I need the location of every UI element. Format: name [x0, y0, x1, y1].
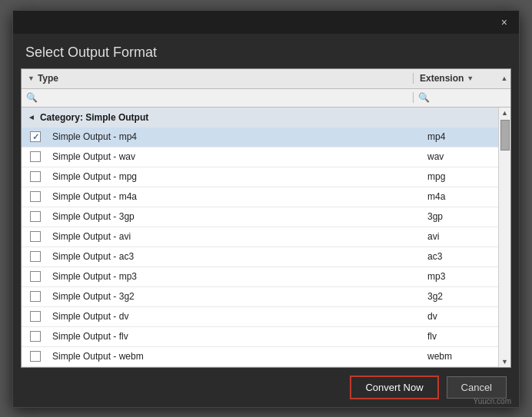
checkbox-cell — [22, 351, 49, 362]
table-row[interactable]: ✓Simple Output - mp4mp4 — [22, 127, 498, 147]
col-ext-header: Extension ▼ — [414, 73, 498, 84]
search-type-icon[interactable]: 🔍 — [26, 92, 38, 103]
ext-cell: m4a — [421, 191, 498, 202]
checkbox-cell — [22, 311, 49, 322]
type-cell: Simple Output - m4a — [49, 191, 421, 202]
row-checkbox[interactable] — [30, 351, 41, 362]
ext-cell: dv — [421, 311, 498, 322]
checkbox-cell — [22, 271, 49, 282]
table-header: ▼ Type Extension ▼ ▲ — [22, 69, 510, 89]
type-cell: Simple Output - wav — [49, 151, 421, 162]
ext-cell: mp4 — [421, 131, 498, 142]
scroll-header-spacer: ▲ — [498, 74, 510, 82]
convert-now-button[interactable]: Convert Now — [350, 376, 438, 399]
watermark: Yuucn.com — [474, 397, 511, 405]
checkbox-cell — [22, 191, 49, 202]
ext-cell: webm — [421, 351, 498, 362]
ext-cell: avi — [421, 231, 498, 242]
checkbox-cell — [22, 251, 49, 262]
checkbox-cell — [22, 331, 49, 342]
checkbox-cell — [22, 171, 49, 182]
table-body-wrapper: ◄ Category: Simple Output ✓Simple Output… — [22, 108, 510, 367]
row-checkbox[interactable]: ✓ — [30, 131, 41, 142]
ext-sort-icon: ▼ — [467, 74, 474, 82]
category-arrow-icon: ◄ — [28, 113, 35, 121]
checkbox-cell — [22, 231, 49, 242]
dialog-title: Select Output Format — [25, 45, 157, 60]
row-checkbox[interactable] — [30, 311, 41, 322]
table-row[interactable]: Simple Output - mp3mp3 — [22, 267, 498, 287]
row-checkbox[interactable] — [30, 331, 41, 342]
category-row: ◄ Category: Simple Output — [22, 108, 498, 127]
type-cell: Simple Output - 3gp — [49, 211, 421, 222]
ext-cell: mp3 — [421, 271, 498, 282]
search-row: 🔍 🔍 — [22, 89, 510, 108]
table-row[interactable]: Simple Output - ac3ac3 — [22, 247, 498, 267]
dialog-footer: Convert Now Cancel Yuucn.com — [13, 368, 519, 407]
row-checkbox[interactable] — [30, 271, 41, 282]
ext-cell: mpg — [421, 171, 498, 182]
scroll-thumb[interactable] — [500, 120, 510, 151]
type-cell: Simple Output - ac3 — [49, 251, 421, 262]
type-col-label: Type — [38, 73, 58, 84]
col-type-header: ▼ Type — [22, 73, 414, 84]
cancel-button[interactable]: Cancel — [447, 376, 507, 399]
title-bar: × — [13, 11, 519, 34]
type-cell: Simple Output - 3g2 — [49, 291, 421, 302]
type-cell: Simple Output - flv — [49, 331, 421, 342]
search-type-cell: 🔍 — [22, 92, 414, 103]
type-cell: Simple Output - avi — [49, 231, 421, 242]
dialog-header: Select Output Format — [13, 34, 519, 68]
output-format-table: ▼ Type Extension ▼ ▲ 🔍 🔍 — [21, 68, 511, 368]
row-checkbox[interactable] — [30, 151, 41, 162]
table-row[interactable]: Simple Output - dvdv — [22, 307, 498, 327]
select-output-dialog: × Select Output Format ▼ Type Extension … — [12, 10, 520, 408]
table-row[interactable]: Simple Output - webmwebm — [22, 347, 498, 367]
type-cell: Simple Output - webm — [49, 351, 421, 362]
type-cell: Simple Output - mpg — [49, 171, 421, 182]
close-button[interactable]: × — [497, 15, 511, 29]
rows-container: ✓Simple Output - mp4mp4Simple Output - w… — [22, 127, 498, 367]
type-cell: Simple Output - mp4 — [49, 131, 421, 142]
category-label: Category: Simple Output — [40, 112, 148, 123]
table-row[interactable]: Simple Output - 3gp3gp — [22, 207, 498, 227]
table-row[interactable]: Simple Output - 3g23g2 — [22, 287, 498, 307]
type-sort-icon: ▼ — [28, 74, 35, 82]
table-row[interactable]: Simple Output - flvflv — [22, 327, 498, 347]
scrollbar: ▲ ▼ — [498, 108, 510, 367]
checkbox-cell — [22, 291, 49, 302]
checkbox-cell: ✓ — [22, 131, 49, 142]
row-checkbox[interactable] — [30, 171, 41, 182]
table-row[interactable]: Simple Output - mpgmpg — [22, 167, 498, 187]
main-table: ◄ Category: Simple Output ✓Simple Output… — [22, 108, 498, 367]
ext-cell: 3g2 — [421, 291, 498, 302]
table-row[interactable]: Simple Output - wavwav — [22, 147, 498, 167]
ext-cell: 3gp — [421, 211, 498, 222]
row-checkbox[interactable] — [30, 231, 41, 242]
scroll-up-header[interactable]: ▲ — [498, 74, 510, 82]
ext-col-label: Extension — [420, 73, 464, 84]
type-cell: Simple Output - dv — [49, 311, 421, 322]
row-checkbox[interactable] — [30, 211, 41, 222]
ext-cell: wav — [421, 151, 498, 162]
checkbox-cell — [22, 211, 49, 222]
search-ext-cell: 🔍 — [414, 92, 498, 103]
row-checkbox[interactable] — [30, 191, 41, 202]
ext-cell: flv — [421, 331, 498, 342]
scroll-down-button[interactable]: ▼ — [501, 358, 508, 366]
scroll-up-button[interactable]: ▲ — [500, 108, 510, 118]
search-ext-icon[interactable]: 🔍 — [418, 92, 430, 103]
table-row[interactable]: Simple Output - aviavi — [22, 227, 498, 247]
ext-cell: ac3 — [421, 251, 498, 262]
row-checkbox[interactable] — [30, 291, 41, 302]
row-checkbox[interactable] — [30, 251, 41, 262]
checkbox-cell — [22, 151, 49, 162]
type-cell: Simple Output - mp3 — [49, 271, 421, 282]
table-row[interactable]: Simple Output - m4am4a — [22, 187, 498, 207]
